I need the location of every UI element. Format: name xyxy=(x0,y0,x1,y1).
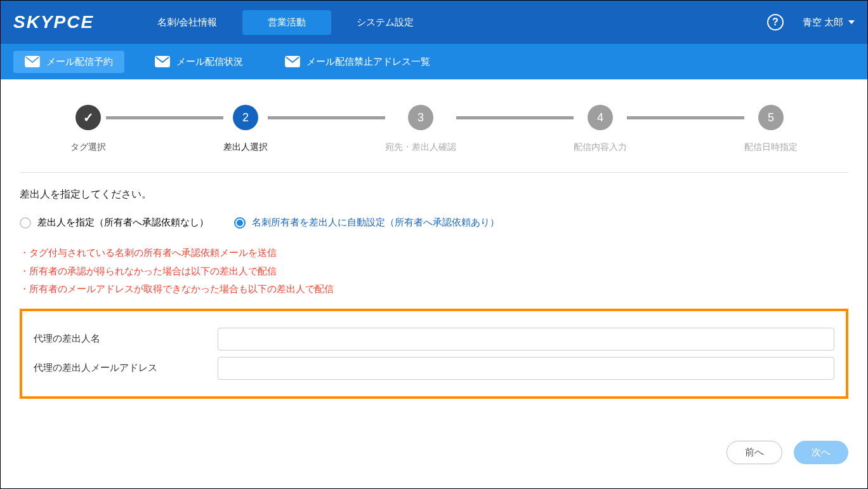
radio-label: 名刺所有者を差出人に自動設定（所有者へ承認依頼あり） xyxy=(252,217,499,229)
form-row-sender-email: 代理の差出人メールアドレス xyxy=(34,357,834,380)
step-4: 4 配信内容入力 xyxy=(574,105,627,153)
step-2-circle: 2 xyxy=(233,105,258,130)
step-line xyxy=(268,116,385,119)
user-menu[interactable]: 青空 太郎 xyxy=(803,17,855,29)
radio-icon xyxy=(20,217,31,229)
proxy-sender-email-label: 代理の差出人メールアドレス xyxy=(34,362,205,374)
help-icon[interactable]: ? xyxy=(767,14,784,30)
step-5-label: 配信日時指定 xyxy=(744,142,798,153)
step-1-circle xyxy=(76,105,101,130)
step-1[interactable]: タグ選択 xyxy=(70,105,106,153)
step-2[interactable]: 2 差出人選択 xyxy=(223,105,268,153)
mail-schedule-icon xyxy=(25,56,40,67)
sub-nav-label: メール配信予約 xyxy=(46,56,113,68)
notes: ・タグ付与されている名刺の所有者へ承認依頼メールを送信 ・所有者の承認が得られな… xyxy=(20,244,848,298)
step-5-circle: 5 xyxy=(758,105,784,130)
mail-block-icon xyxy=(285,56,300,67)
step-line xyxy=(627,116,744,119)
mail-status-icon xyxy=(155,56,170,67)
nav-tab-system[interactable]: システム設定 xyxy=(331,10,439,35)
radio-auto-sender[interactable]: 名刺所有者を差出人に自動設定（所有者へ承認依頼あり） xyxy=(234,217,499,229)
step-4-circle: 4 xyxy=(588,105,613,130)
note-line-3: ・所有者のメールアドレスが取得できなかった場合も以下の差出人で配信 xyxy=(20,280,848,298)
sub-nav-mail-reservation[interactable]: メール配信予約 xyxy=(13,51,124,73)
proxy-sender-name-input[interactable] xyxy=(218,328,834,351)
radio-icon xyxy=(234,217,246,229)
radio-group: 差出人を指定（所有者へ承認依頼なし） 名刺所有者を差出人に自動設定（所有者へ承認… xyxy=(20,217,848,229)
radio-label: 差出人を指定（所有者へ承認依頼なし） xyxy=(37,217,209,229)
note-line-2: ・所有者の承認が得られなかった場合は以下の差出人で配信 xyxy=(20,262,848,281)
proxy-sender-box: 代理の差出人名 代理の差出人メールアドレス xyxy=(20,309,848,399)
stepper: タグ選択 2 差出人選択 3 宛先・差出人確認 4 配信内容入力 5 配信日時指… xyxy=(20,98,848,173)
logo: SKYPCE xyxy=(13,12,94,32)
step-4-label: 配信内容入力 xyxy=(574,142,627,153)
sub-nav-mail-blocklist[interactable]: メール配信禁止アドレス一覧 xyxy=(273,51,442,73)
user-name-label: 青空 太郎 xyxy=(803,17,843,29)
nav-tab-cards[interactable]: 名刺/会社情報 xyxy=(132,10,242,35)
step-2-label: 差出人選択 xyxy=(223,142,268,153)
next-button[interactable]: 次へ xyxy=(794,441,848,464)
sub-nav: メール配信予約 メール配信状況 メール配信禁止アドレス一覧 xyxy=(1,44,867,79)
header: SKYPCE 名刺/会社情報 営業活動 システム設定 ? 青空 太郎 xyxy=(1,1,867,44)
radio-specify-sender[interactable]: 差出人を指定（所有者へ承認依頼なし） xyxy=(20,217,209,229)
chevron-down-icon xyxy=(848,20,855,24)
step-line xyxy=(106,116,223,119)
header-right: ? 青空 太郎 xyxy=(767,14,855,30)
content: タグ選択 2 差出人選択 3 宛先・差出人確認 4 配信内容入力 5 配信日時指… xyxy=(1,79,867,399)
instruction-text: 差出人を指定してください。 xyxy=(20,188,848,201)
step-3-label: 宛先・差出人確認 xyxy=(385,142,456,153)
step-1-label: タグ選択 xyxy=(70,142,106,153)
footer-buttons: 前へ 次へ xyxy=(727,441,848,464)
sub-nav-label: メール配信禁止アドレス一覧 xyxy=(306,56,430,68)
prev-button[interactable]: 前へ xyxy=(727,441,782,464)
step-3-circle: 3 xyxy=(408,105,433,130)
nav-tabs: 名刺/会社情報 営業活動 システム設定 xyxy=(132,10,439,35)
proxy-sender-email-input[interactable] xyxy=(218,357,834,380)
step-5: 5 配信日時指定 xyxy=(744,105,798,153)
step-3: 3 宛先・差出人確認 xyxy=(385,105,456,153)
sub-nav-mail-status[interactable]: メール配信状況 xyxy=(143,51,254,73)
note-line-1: ・タグ付与されている名刺の所有者へ承認依頼メールを送信 xyxy=(20,244,848,262)
form-row-sender-name: 代理の差出人名 xyxy=(34,328,834,351)
proxy-sender-name-label: 代理の差出人名 xyxy=(34,333,205,345)
sub-nav-label: メール配信状況 xyxy=(176,56,243,68)
nav-tab-sales[interactable]: 営業活動 xyxy=(242,10,331,35)
step-line xyxy=(456,116,574,119)
